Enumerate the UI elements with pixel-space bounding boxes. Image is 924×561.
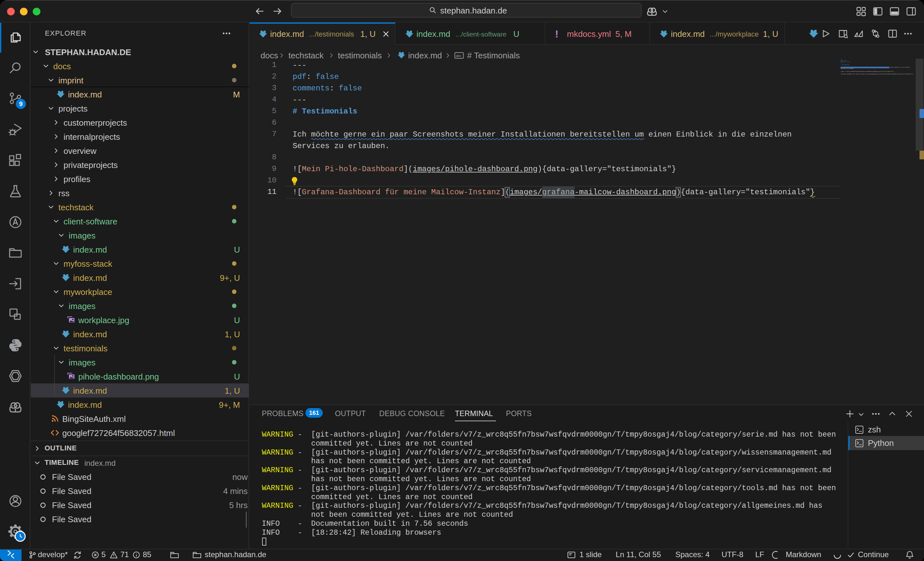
svg-text:abc: abc bbox=[456, 54, 462, 58]
